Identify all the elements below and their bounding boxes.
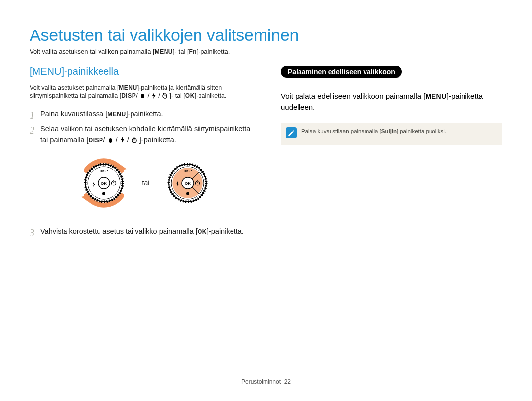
text: Palaa kuvaustilaan painamalla [ [301, 128, 381, 134]
text: Voit palata edelliseen valikkoon painama… [281, 92, 426, 100]
text: Paina kuvaustilassa [ [40, 110, 107, 118]
text: / [136, 93, 137, 99]
disp-label: DISP [100, 169, 108, 173]
right-body: Voit palata edelliseen valikkoon painama… [281, 91, 502, 113]
left-description: Voit valita asetukset painamalla [MENU]-… [30, 84, 251, 101]
text: ]-painiketta. [126, 110, 163, 118]
section-pill: Palaaminen edelliseen valikkoon [281, 66, 402, 78]
fn-key: Fn [189, 48, 197, 55]
intro-paragraph: Voit valita asetuksen tai valikon painam… [30, 48, 502, 55]
macro-icon [107, 138, 114, 143]
disp-key: DISP [121, 93, 136, 99]
shutter-key: Suljin [381, 128, 397, 134]
text: ]-painiketta. [197, 48, 230, 55]
dial-press-svg: OK DISP [158, 154, 217, 213]
left-heading: [MENU]-painikkeella [30, 66, 251, 77]
text: ]- tai [ [173, 48, 189, 55]
text: / [158, 93, 160, 99]
menu-key: MENU [119, 84, 137, 91]
menu-key: MENU [426, 93, 447, 100]
footer-label: Perustoiminnot [241, 378, 281, 385]
disp-label: DISP [184, 169, 192, 173]
dial-rotate-svg: OK DISP [74, 154, 133, 213]
step-2: Selaa valikon tai asetuksen kohdalle kie… [30, 124, 251, 213]
text: / [127, 136, 129, 144]
or-label: tai [142, 178, 150, 188]
text: / [103, 136, 105, 144]
right-column: Palaaminen edelliseen valikkoon Voit pal… [281, 66, 502, 242]
flash-icon [120, 137, 125, 143]
note-box: Palaa kuvaustilaan painamalla [Suljin]-p… [281, 123, 502, 145]
ok-label: OK [101, 181, 107, 185]
timer-icon [131, 137, 137, 143]
text: ]-painiketta. [139, 136, 176, 144]
text: ]- tai [ [170, 93, 185, 99]
menu-key: MENU [107, 111, 126, 118]
page-title: Asetusten tai valikkojen valitseminen [30, 26, 502, 45]
left-column: [MENU]-painikkeella Voit valita asetukse… [30, 66, 251, 242]
text: ]-painiketta. [207, 227, 244, 235]
dial-illustrations: OK DISP [40, 154, 251, 213]
dial-rotate: OK DISP [74, 154, 133, 213]
ok-key: OK [198, 228, 207, 235]
text: Voit valita asetuksen tai valikon painam… [30, 48, 155, 55]
ok-label: OK [185, 181, 191, 185]
ok-key: OK [185, 93, 195, 99]
flash-icon [151, 93, 157, 99]
menu-key: MENU [155, 48, 173, 55]
steps-list: Paina kuvaustilassa [MENU]-painiketta. S… [30, 109, 251, 237]
dial-press: OK DISP [158, 154, 217, 213]
text: / [116, 136, 118, 144]
text: Vahvista korostettu asetus tai valikko p… [40, 227, 198, 235]
text: Voit valita asetukset painamalla [ [30, 84, 119, 91]
timer-icon [162, 93, 168, 99]
columns: [MENU]-painikkeella Voit valita asetukse… [30, 66, 502, 242]
step-1: Paina kuvaustilassa [MENU]-painiketta. [30, 109, 251, 120]
text: ]-painiketta. [195, 93, 227, 99]
text: ]-painiketta puoliksi. [397, 128, 446, 134]
macro-icon [139, 93, 146, 99]
step-3: Vahvista korostettu asetus tai valikko p… [30, 226, 251, 237]
note-icon [286, 127, 297, 138]
manual-page: Asetusten tai valikkojen valitseminen Vo… [0, 0, 532, 401]
page-number: 22 [284, 378, 291, 385]
page-footer: Perustoiminnot 22 [30, 378, 502, 385]
disp-key: DISP [89, 137, 103, 144]
text: / [148, 93, 149, 99]
